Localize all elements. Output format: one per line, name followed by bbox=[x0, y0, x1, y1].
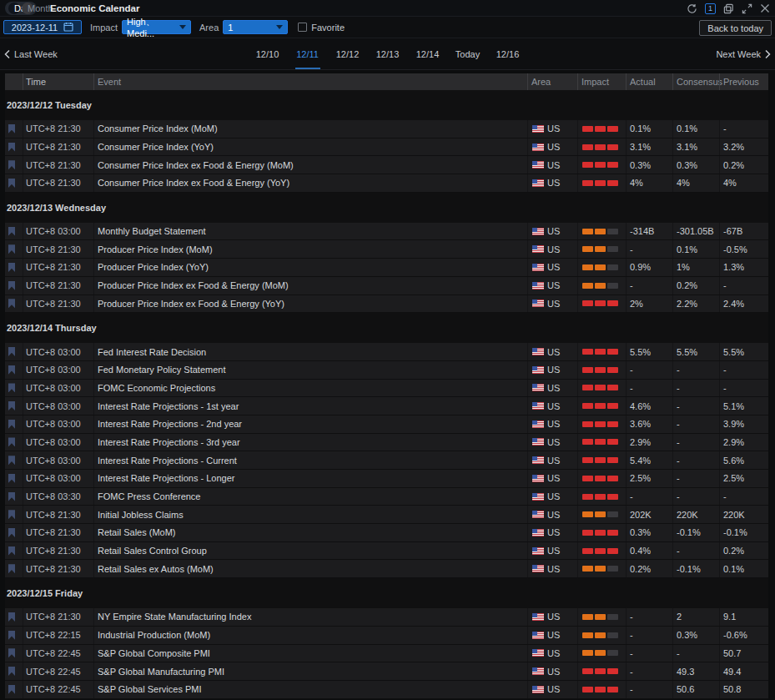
event-row[interactable]: UTC+8 03:30 FOMC Press Conference US - -… bbox=[5, 488, 768, 506]
event-row[interactable]: UTC+8 21:30 Consumer Price Index ex Food… bbox=[5, 174, 768, 193]
impact-bar bbox=[607, 614, 618, 620]
week-day-tab[interactable]: 12/12 bbox=[328, 38, 368, 69]
bookmark-icon[interactable] bbox=[8, 510, 15, 519]
event-row[interactable]: UTC+8 21:30 Retail Sales (MoM) US 0.3% -… bbox=[5, 524, 768, 542]
toggle-month[interactable]: Month bbox=[22, 3, 33, 14]
bookmark-icon[interactable] bbox=[8, 685, 15, 694]
impact-indicator bbox=[577, 380, 626, 397]
impact-indicator bbox=[577, 223, 626, 240]
header-event[interactable]: Event bbox=[93, 73, 527, 90]
event-row[interactable]: UTC+8 03:00 Interest Rate Projections - … bbox=[5, 415, 768, 434]
area-select[interactable]: 1 bbox=[223, 20, 288, 34]
event-row[interactable]: UTC+8 22:15 Industrial Production (MoM) … bbox=[5, 627, 768, 645]
event-row[interactable]: UTC+8 21:30 Producer Price Index ex Food… bbox=[5, 277, 768, 295]
us-flag-icon bbox=[532, 179, 544, 187]
event-row[interactable]: UTC+8 22:45 S&P Global Composite PMI US … bbox=[5, 645, 768, 663]
impact-bar bbox=[607, 385, 618, 390]
event-row[interactable]: UTC+8 21:30 Consumer Price Index (YoY) U… bbox=[5, 138, 768, 157]
event-row[interactable]: UTC+8 21:30 NY Empire State Manufacturin… bbox=[5, 608, 768, 627]
bookmark-icon[interactable] bbox=[8, 179, 15, 188]
bookmark-icon[interactable] bbox=[8, 564, 15, 573]
refresh-icon[interactable] bbox=[687, 3, 697, 14]
bookmark-icon[interactable] bbox=[8, 263, 15, 272]
panel-count-icon[interactable]: 1 bbox=[705, 3, 716, 14]
bookmark-icon[interactable] bbox=[8, 492, 15, 501]
impact-indicator bbox=[577, 627, 626, 644]
bookmark-icon[interactable] bbox=[8, 143, 15, 152]
bookmark-icon[interactable] bbox=[8, 401, 15, 410]
week-day-tab[interactable]: 12/14 bbox=[408, 38, 448, 69]
event-name: Industrial Production (MoM) bbox=[93, 627, 527, 644]
bookmark-icon[interactable] bbox=[8, 474, 15, 483]
event-row[interactable]: UTC+8 21:30 Retail Sales Control Group U… bbox=[5, 542, 768, 561]
bookmark-icon[interactable] bbox=[8, 456, 15, 465]
event-row[interactable]: UTC+8 21:30 Retail Sales ex Autos (MoM) … bbox=[5, 560, 768, 578]
event-row[interactable]: UTC+8 03:00 Interest Rate Projections - … bbox=[5, 451, 768, 470]
week-day-tab[interactable]: Today bbox=[448, 38, 488, 69]
impact-bar bbox=[582, 403, 593, 409]
close-icon[interactable] bbox=[760, 3, 770, 13]
bookmark-icon[interactable] bbox=[8, 528, 15, 537]
bookmark-icon[interactable] bbox=[8, 437, 15, 446]
event-row[interactable]: UTC+8 03:00 Fed Interest Rate Decision U… bbox=[5, 343, 768, 361]
header-previous[interactable]: Previous bbox=[719, 73, 768, 90]
header-consensus[interactable]: Consensus bbox=[672, 73, 719, 90]
bookmark-icon[interactable] bbox=[8, 227, 15, 236]
week-day-tab[interactable]: 12/16 bbox=[488, 38, 528, 69]
favorite-checkbox[interactable] bbox=[298, 23, 307, 32]
event-row[interactable]: UTC+8 21:30 Initial Jobless Claims US 20… bbox=[5, 506, 768, 524]
event-row[interactable]: UTC+8 03:00 Interest Rate Projections - … bbox=[5, 470, 768, 488]
event-row[interactable]: UTC+8 03:00 Fed Monetary Policy Statemen… bbox=[5, 361, 768, 380]
bookmark-icon[interactable] bbox=[8, 365, 15, 375]
bookmark-icon[interactable] bbox=[8, 631, 15, 640]
event-row[interactable]: UTC+8 03:00 Monthly Budget Statement US … bbox=[5, 223, 768, 241]
bookmark-icon[interactable] bbox=[8, 383, 15, 392]
toggle-day[interactable]: Day bbox=[8, 3, 20, 14]
bookmark-icon[interactable] bbox=[8, 667, 15, 676]
event-row[interactable]: UTC+8 22:45 S&P Global Services PMI US -… bbox=[5, 681, 768, 699]
actual-value: 0.2% bbox=[626, 560, 672, 577]
bookmark-icon[interactable] bbox=[8, 299, 15, 308]
event-row[interactable]: UTC+8 03:00 Interest Rate Projections - … bbox=[5, 397, 768, 415]
event-row[interactable]: UTC+8 22:45 S&P Global Manufacturing PMI… bbox=[5, 662, 768, 681]
bookmark-icon[interactable] bbox=[8, 612, 15, 622]
impact-bar bbox=[595, 687, 606, 692]
event-row[interactable]: UTC+8 21:30 Consumer Price Index (MoM) U… bbox=[5, 120, 768, 138]
header-impact[interactable]: Impact bbox=[577, 73, 626, 90]
bookmark-icon[interactable] bbox=[8, 420, 15, 429]
restore-window-icon[interactable] bbox=[723, 3, 734, 14]
event-row[interactable]: UTC+8 21:30 Producer Price Index (MoM) U… bbox=[5, 240, 768, 259]
header-time[interactable]: Time bbox=[23, 73, 93, 90]
pin-cell bbox=[5, 434, 23, 451]
bookmark-icon[interactable] bbox=[8, 347, 15, 356]
pin-cell bbox=[5, 645, 23, 662]
bookmark-icon[interactable] bbox=[8, 124, 15, 133]
day-month-toggle[interactable]: Day Month bbox=[5, 2, 37, 15]
bookmark-icon[interactable] bbox=[8, 160, 15, 169]
pin-cell bbox=[5, 174, 23, 192]
event-row[interactable]: UTC+8 21:30 Consumer Price Index ex Food… bbox=[5, 156, 768, 174]
header-actual[interactable]: Actual bbox=[626, 73, 672, 90]
last-week-button[interactable]: Last Week bbox=[3, 49, 58, 59]
bookmark-icon[interactable] bbox=[8, 281, 15, 290]
week-day-tab[interactable]: 12/13 bbox=[368, 38, 408, 69]
impact-select[interactable]: High、Medi... bbox=[122, 20, 191, 34]
favorite-filter[interactable]: Favorite bbox=[298, 23, 345, 33]
event-row[interactable]: UTC+8 21:30 Producer Price Index ex Food… bbox=[5, 295, 768, 314]
header-area[interactable]: Area bbox=[527, 73, 577, 90]
consensus-value: -301.05B bbox=[672, 223, 719, 240]
back-to-today-button[interactable]: Back to today bbox=[699, 20, 772, 36]
event-row[interactable]: UTC+8 03:00 FOMC Economic Projections US… bbox=[5, 380, 768, 398]
next-week-button[interactable]: Next Week bbox=[716, 49, 772, 59]
bookmark-icon[interactable] bbox=[8, 648, 15, 657]
expand-icon[interactable] bbox=[742, 3, 752, 14]
impact-bar bbox=[595, 367, 606, 373]
actual-value: 4% bbox=[626, 174, 672, 192]
week-day-tab[interactable]: 12/10 bbox=[248, 38, 288, 69]
event-row[interactable]: UTC+8 03:00 Interest Rate Projections - … bbox=[5, 434, 768, 452]
date-picker[interactable]: 2023-12-11 bbox=[3, 20, 82, 34]
week-day-tab[interactable]: 12/11 bbox=[288, 38, 328, 69]
bookmark-icon[interactable] bbox=[8, 546, 15, 556]
bookmark-icon[interactable] bbox=[8, 244, 15, 254]
event-row[interactable]: UTC+8 21:30 Producer Price Index (YoY) U… bbox=[5, 259, 768, 277]
